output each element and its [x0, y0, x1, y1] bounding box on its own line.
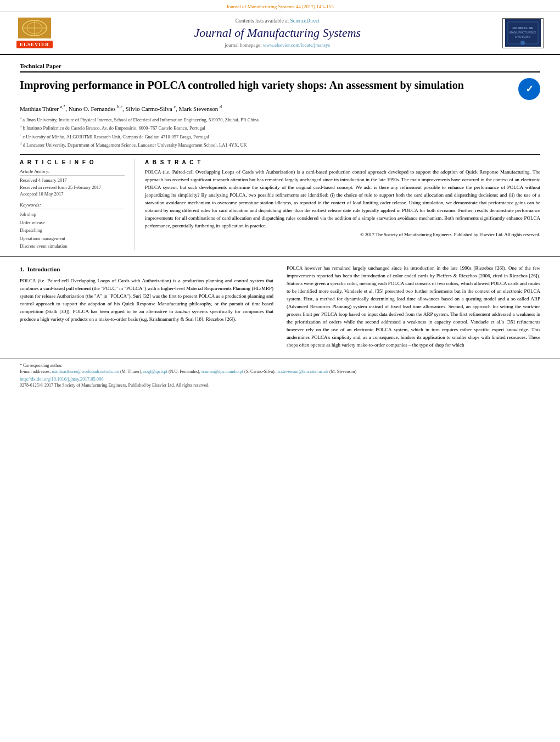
abstract-title: A B S T R A C T	[145, 159, 540, 165]
email-thurer[interactable]: matthiasthurer@workloadcontrol.com	[52, 369, 119, 374]
body-col-right: POLCA however has remained largely uncha…	[287, 265, 540, 352]
journal-reference-link[interactable]: Journal of Manufacturing Systems 44 (201…	[226, 4, 333, 9]
keyword-5: Discrete event simulation	[20, 242, 125, 250]
email-label: E-mail addresses:	[20, 369, 51, 374]
section-divider-top	[20, 154, 540, 155]
keyword-2: Order release	[20, 219, 125, 226]
top-bar: Journal of Manufacturing Systems 44 (201…	[0, 0, 560, 12]
journal-homepage: journal homepage: www.elsevier.com/locat…	[64, 42, 491, 48]
keyword-3: Dispatching	[20, 226, 125, 234]
keyword-4: Operations management	[20, 235, 125, 242]
intro-para-1: POLCA (i.e. Paired-cell Overlapping Loop…	[20, 277, 273, 323]
keywords-label: Keywords:	[20, 202, 125, 209]
affiliation-b: b b Instituto Politécnico de Castelo Bra…	[20, 124, 540, 132]
article-outer: Technical Paper Improving performance in…	[0, 55, 560, 149]
intro-heading: 1. Introduction	[20, 265, 273, 274]
email-fernandes[interactable]: nogf@ipcb.pt	[143, 369, 167, 374]
article-info-col: A R T I C L E I N F O Article history: R…	[20, 159, 135, 250]
authors-line: Matthias Thürer a,*, Nuno O. Fernandes b…	[20, 104, 540, 112]
affiliation-c: c c University of Minho, ALGORITMI Resea…	[20, 132, 540, 141]
article-history: Article history: Received 4 January 2017…	[20, 169, 125, 198]
doi-anchor[interactable]: http://dx.doi.org/10.1016/j.jmsy.2017.05…	[20, 376, 104, 382]
article-info-title: A R T I C L E I N F O	[20, 159, 125, 165]
info-abstract-section: A R T I C L E I N F O Article history: R…	[20, 159, 540, 250]
keywords-section: Keywords: Job shop Order release Dispatc…	[20, 202, 125, 250]
crossmark-icon: ✓	[518, 78, 540, 100]
journal-header: ELSEVIER Contents lists available at Sci…	[0, 12, 560, 55]
svg-text:JOURNAL OF: JOURNAL OF	[512, 26, 534, 30]
journal-title: Journal of Manufacturing Systems	[64, 26, 491, 40]
doi-link: http://dx.doi.org/10.1016/j.jmsy.2017.05…	[20, 376, 540, 382]
article-title-row: Improving performance in POLCA controlle…	[20, 78, 540, 100]
contents-available-text: Contents lists available at ScienceDirec…	[64, 18, 491, 24]
elsevier-journal-image	[18, 18, 51, 38]
abstract-col: A B S T R A C T POLCA (i.e. Paired-cell …	[135, 159, 540, 250]
svg-point-10	[520, 41, 525, 45]
body-col-left: 1. Introduction POLCA (i.e. Paired-cell …	[20, 265, 273, 352]
footer-section: * Corresponding author. E-mail addresses…	[0, 358, 560, 390]
right-logo-area: JOURNAL OF MANUFACTURING SYSTEMS	[502, 18, 544, 48]
article-type-label: Technical Paper	[20, 63, 540, 72]
email-addresses: E-mail addresses: matthiasthurer@workloa…	[20, 369, 540, 374]
history-label: Article history:	[20, 169, 125, 176]
email-carmo[interactable]: scarmo@dps.uminho.pt	[201, 369, 243, 374]
svg-text:✓: ✓	[525, 83, 534, 94]
section-number: 1.	[20, 266, 24, 272]
intro-para-right-1: POLCA however has remained largely uncha…	[287, 265, 540, 349]
abstract-body: POLCA (i.e. Paired-cell Overlapping Loop…	[145, 169, 540, 230]
received-date: Received 4 January 2017	[20, 177, 125, 184]
affiliation-a: a a Jinan University, Institute of Physi…	[20, 115, 540, 124]
corresponding-author-note: * Corresponding author.	[20, 363, 540, 368]
svg-text:MANUFACTURING: MANUFACTURING	[509, 31, 536, 34]
journal-header-center: Contents lists available at ScienceDirec…	[53, 18, 502, 48]
page: Journal of Manufacturing Systems 44 (201…	[0, 0, 560, 390]
accepted-date: Accepted 10 May 2017	[20, 191, 125, 198]
keyword-1: Job shop	[20, 210, 125, 218]
revised-date: Received in revised form 25 February 201…	[20, 184, 125, 191]
homepage-link[interactable]: www.elsevier.com/locate/jmansys	[263, 42, 330, 48]
svg-text:SYSTEMS: SYSTEMS	[515, 35, 531, 38]
issn-text: 0278-6125/© 2017 The Society of Manufact…	[20, 383, 540, 388]
abstract-copyright: © 2017 The Society of Manufacturing Engi…	[145, 232, 540, 237]
email-stevenson[interactable]: m.stevenson@lancaster.ac.uk	[277, 369, 328, 374]
kanban-text: kanban	[175, 309, 190, 314]
elsevier-logo: ELSEVIER	[16, 41, 53, 48]
sciencedirect-link[interactable]: ScienceDirect	[290, 18, 319, 24]
body-two-col: 1. Introduction POLCA (i.e. Paired-cell …	[20, 265, 540, 352]
affiliations: a a Jinan University, Institute of Physi…	[20, 115, 540, 149]
article-title: Improving performance in POLCA controlle…	[20, 78, 518, 92]
section-title-text: Introduction	[27, 266, 60, 272]
info-abstract-wrapper: A R T I C L E I N F O Article history: R…	[0, 154, 560, 250]
left-logo-area: ELSEVIER	[16, 18, 53, 48]
affiliation-d: d d Lancaster University, Department of …	[20, 141, 540, 149]
keywords-list: Job shop Order release Dispatching Opera…	[20, 210, 125, 250]
body-section: 1. Introduction POLCA (i.e. Paired-cell …	[0, 256, 560, 352]
